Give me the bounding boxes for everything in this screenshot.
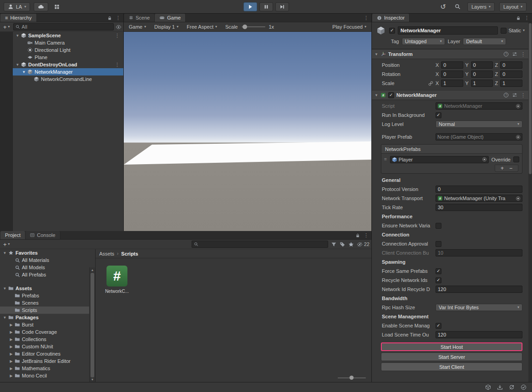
rpc-hash-size-dropdown[interactable]: Var Int Four Bytes▾ bbox=[436, 304, 522, 311]
project-folder-item-all-prefabs[interactable]: All Prefabs bbox=[0, 271, 95, 278]
networkmanager-component-header[interactable]: ▼ # NetworkManager ? ⋮ bbox=[372, 90, 528, 100]
help-icon[interactable]: ? bbox=[503, 92, 509, 98]
log-level-dropdown[interactable]: Normal▾ bbox=[436, 121, 522, 128]
prefab-list-row[interactable]: = Player Override bbox=[381, 154, 522, 165]
foldout-icon[interactable]: ▶ bbox=[8, 337, 14, 342]
foldout-icon[interactable]: ▼ bbox=[2, 316, 8, 320]
prefab-list-title[interactable]: NetworkPrefabs bbox=[381, 145, 522, 154]
chevron-down-icon[interactable]: ▾ bbox=[523, 29, 525, 32]
scale-link-icon[interactable] bbox=[428, 81, 433, 86]
force-same-prefabs-checkbox[interactable] bbox=[436, 268, 441, 274]
thumbnail-zoom-slider[interactable] bbox=[338, 377, 366, 378]
play-focused-dropdown[interactable]: Play Focused▾ bbox=[328, 22, 370, 31]
lock-icon[interactable] bbox=[107, 16, 112, 20]
hierarchy-item-directional-light[interactable]: Directional Light bbox=[13, 46, 123, 54]
load-scene-time-ou-field[interactable]: 120 bbox=[436, 331, 522, 338]
layer-dropdown[interactable]: Default▾ bbox=[463, 38, 506, 45]
scale-z-field[interactable]: 1 bbox=[500, 80, 522, 87]
enable-scene-manag-checkbox[interactable] bbox=[436, 323, 441, 329]
remove-prefab-button[interactable]: − bbox=[509, 165, 512, 171]
rotation-x-field[interactable]: 0 bbox=[441, 70, 463, 78]
favorites-icon[interactable] bbox=[348, 241, 354, 247]
tab-hierarchy[interactable]: ≡ Hierarchy bbox=[0, 14, 37, 22]
active-checkbox[interactable] bbox=[389, 28, 395, 34]
global-search-button[interactable] bbox=[453, 2, 463, 11]
object-picker-icon[interactable] bbox=[516, 135, 521, 140]
client-connection-bu-field[interactable]: 10 bbox=[436, 249, 522, 256]
foldout-icon[interactable]: ▶ bbox=[8, 359, 14, 363]
project-tree-scrollbar[interactable]: ▲ ▼ bbox=[89, 267, 95, 382]
hierarchy-item-main-camera[interactable]: Main Camera bbox=[13, 39, 123, 46]
connection-approval-checkbox[interactable] bbox=[436, 241, 441, 247]
foldout-icon[interactable]: ▶ bbox=[8, 367, 14, 371]
gameobject-name-field[interactable]: NetworkManager bbox=[398, 26, 498, 35]
display-target-dropdown[interactable]: Game▾ bbox=[125, 22, 150, 31]
project-folder-item-code-coverage[interactable]: ▶Code Coverage bbox=[0, 328, 95, 336]
panel-menu-icon[interactable]: ⋮ bbox=[524, 15, 529, 21]
rotation-y-field[interactable]: 0 bbox=[471, 70, 493, 78]
display-dropdown[interactable]: Display 1▾ bbox=[150, 22, 182, 31]
player-prefab-object-field[interactable]: None (Game Object) bbox=[436, 133, 522, 141]
position-x-field[interactable]: 0 bbox=[441, 61, 463, 69]
project-folder-item-all-materials[interactable]: All Materials bbox=[0, 256, 95, 264]
tab-project[interactable]: Project bbox=[0, 231, 25, 239]
scroll-up-icon[interactable]: ▲ bbox=[90, 268, 95, 271]
project-folder-item-scripts[interactable]: Scripts bbox=[0, 307, 95, 314]
scrollbar-thumb[interactable] bbox=[529, 23, 532, 174]
project-folder-item-custom-nunit[interactable]: ▶Custom NUnit bbox=[0, 343, 95, 350]
asset-item-networkc[interactable]: #NetworkC... bbox=[104, 266, 130, 294]
project-folder-item-mono-cecil[interactable]: ▶Mono Cecil bbox=[0, 372, 95, 379]
slider-track[interactable] bbox=[242, 26, 265, 27]
cloud-services-button[interactable] bbox=[34, 2, 48, 11]
panel-menu-icon[interactable]: ⋮ bbox=[116, 15, 121, 21]
slider-knob[interactable] bbox=[350, 376, 354, 380]
component-menu-icon[interactable]: ⋮ bbox=[521, 92, 526, 98]
breadcrumb-scripts[interactable]: Scripts bbox=[121, 251, 138, 256]
scale-y-field[interactable]: 1 bbox=[471, 80, 493, 87]
layers-dropdown[interactable]: Layers ▾ bbox=[467, 2, 495, 11]
project-folder-item-packages[interactable]: ▼Packages bbox=[0, 314, 95, 321]
network-id-recycle-d-field[interactable]: 120 bbox=[436, 286, 522, 293]
layout-dropdown[interactable]: Layout ▾ bbox=[499, 2, 527, 11]
prefab-object-field[interactable]: Player bbox=[390, 156, 489, 163]
component-menu-icon[interactable]: ⋮ bbox=[521, 51, 526, 57]
presets-icon[interactable] bbox=[512, 51, 517, 57]
tab-game[interactable]: Game bbox=[155, 14, 186, 22]
create-object-button[interactable]: + ▾ bbox=[2, 24, 11, 30]
auto-refresh-off-icon[interactable] bbox=[509, 384, 515, 390]
project-folder-item-collections[interactable]: ▶Collections bbox=[0, 336, 95, 343]
scale-x-field[interactable]: 1 bbox=[441, 80, 463, 87]
drag-handle-icon[interactable]: = bbox=[384, 157, 387, 162]
status-ok-icon[interactable] bbox=[521, 384, 527, 390]
project-folder-item-prefabs[interactable]: Prefabs bbox=[0, 292, 95, 299]
foldout-icon[interactable]: ▼ bbox=[375, 93, 378, 97]
lock-icon[interactable] bbox=[355, 233, 360, 238]
foldout-icon[interactable]: ▶ bbox=[8, 352, 14, 356]
scale-slider[interactable]: Scale 1x bbox=[221, 22, 278, 31]
project-folder-item-all-models[interactable]: All Models bbox=[0, 264, 95, 271]
scrollbar-thumb[interactable] bbox=[91, 273, 94, 377]
breadcrumb-assets[interactable]: Assets bbox=[99, 251, 114, 256]
slider-knob[interactable] bbox=[243, 25, 247, 29]
object-picker-icon[interactable] bbox=[516, 196, 521, 201]
tick-rate-field[interactable]: 30 bbox=[436, 204, 522, 211]
hierarchy-search-input[interactable]: All bbox=[13, 23, 114, 30]
project-folder-item-scenes[interactable]: Scenes bbox=[0, 299, 95, 307]
hierarchy-item-dontdestroyonload[interactable]: ▼DontDestroyOnLoad⋮ bbox=[13, 61, 123, 68]
label-icon[interactable] bbox=[339, 241, 345, 247]
recycle-network-ids-checkbox[interactable] bbox=[436, 277, 441, 283]
foldout-icon[interactable]: ▶ bbox=[8, 374, 14, 378]
script-object-field[interactable]: #NetworkManager bbox=[436, 102, 522, 110]
foldout-icon[interactable]: ▼ bbox=[375, 52, 378, 56]
item-menu-icon[interactable]: ⋮ bbox=[115, 62, 123, 68]
item-menu-icon[interactable]: ⋮ bbox=[115, 33, 123, 39]
play-button[interactable] bbox=[243, 2, 257, 11]
panel-menu-icon[interactable]: ⋮ bbox=[364, 232, 369, 238]
foldout-icon[interactable]: ▼ bbox=[15, 63, 20, 67]
step-button[interactable] bbox=[275, 2, 289, 11]
pause-button[interactable] bbox=[259, 2, 273, 11]
foldout-icon[interactable]: ▼ bbox=[15, 34, 20, 38]
hidden-items-count[interactable]: 22 bbox=[357, 241, 370, 247]
project-folder-item-editor-coroutines[interactable]: ▶Editor Coroutines bbox=[0, 350, 95, 357]
project-folder-item-burst[interactable]: ▶Burst bbox=[0, 321, 95, 328]
